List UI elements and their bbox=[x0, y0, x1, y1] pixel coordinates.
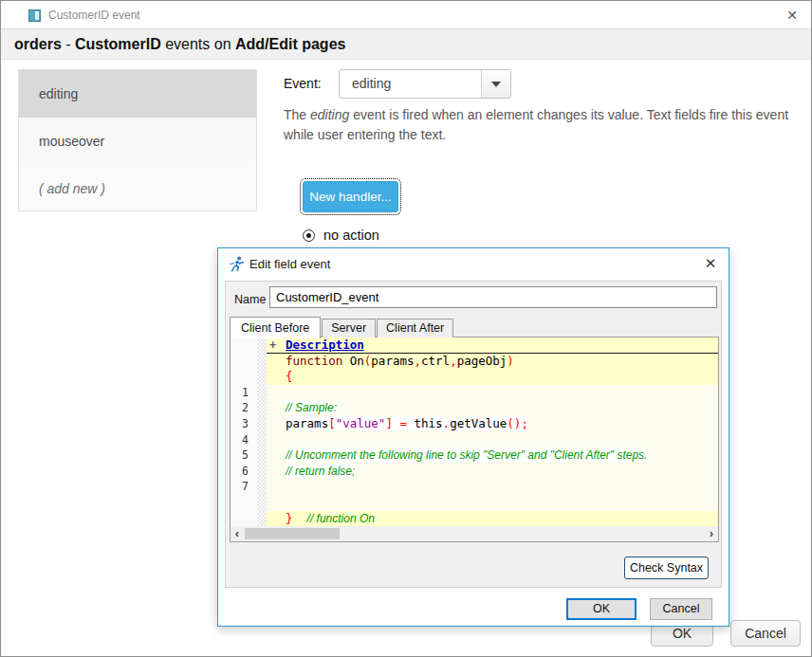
fold-margin bbox=[257, 432, 267, 448]
token-str: "value" bbox=[336, 416, 386, 430]
fold-marker-icon[interactable]: + bbox=[269, 338, 276, 354]
fold-margin bbox=[257, 385, 267, 401]
code-text bbox=[267, 495, 718, 511]
no-action-radio-label: no action bbox=[323, 228, 379, 243]
token-p: = bbox=[393, 416, 415, 430]
code-line[interactable]: 6// return false; bbox=[231, 464, 718, 480]
line-number: 3 bbox=[231, 416, 257, 432]
code-text: params["value"] = this.getValue(); bbox=[267, 416, 718, 432]
code-text: } // function On bbox=[267, 511, 718, 526]
code-text: // Sample: bbox=[267, 400, 718, 416]
line-number bbox=[231, 369, 257, 385]
fold-margin bbox=[257, 416, 267, 432]
page-title-segment: - bbox=[62, 36, 75, 52]
page-title-segment: Add/Edit pages bbox=[235, 36, 345, 52]
token-com: // Sample: bbox=[286, 401, 337, 414]
window-title: CustomerID event bbox=[48, 9, 140, 22]
running-man-icon bbox=[229, 256, 245, 272]
token-p: ) bbox=[507, 354, 514, 368]
token-id: ctrl bbox=[421, 354, 450, 368]
line-number bbox=[231, 338, 257, 354]
tab-client-before[interactable]: Client Before bbox=[230, 317, 321, 338]
code-line[interactable]: 7 bbox=[231, 479, 718, 495]
code-text bbox=[267, 479, 718, 495]
code-tokens: function On(params,ctrl,pageObj) bbox=[286, 354, 514, 368]
fold-margin bbox=[257, 338, 267, 354]
page-title-segment: events on bbox=[161, 36, 235, 52]
code-editor[interactable]: +Descriptionfunction On(params,ctrl,page… bbox=[230, 337, 719, 542]
new-handler-button[interactable]: New handler... bbox=[303, 181, 398, 212]
event-list: editingmouseover( add new ) bbox=[18, 69, 257, 211]
line-number: 6 bbox=[231, 464, 257, 480]
code-tokens: params["value"] = this.getValue(); bbox=[286, 416, 528, 430]
token-desc: Description bbox=[286, 338, 364, 352]
main-cancel-button[interactable]: Cancel bbox=[730, 620, 801, 647]
description-text: The bbox=[284, 107, 310, 122]
event-list-item-mouseover[interactable]: mouseover bbox=[19, 118, 256, 165]
code-text: // return false; bbox=[267, 464, 718, 480]
token-p: } bbox=[286, 511, 307, 525]
code-line[interactable]: 2// Sample: bbox=[231, 400, 718, 416]
code-line[interactable]: 4 bbox=[231, 432, 718, 448]
line-number bbox=[231, 495, 257, 511]
code-line[interactable]: 5// Uncomment the following line to skip… bbox=[231, 447, 718, 464]
name-field-label: Name bbox=[234, 293, 266, 306]
code-line[interactable]: 1 bbox=[231, 385, 718, 401]
code-line[interactable]: function On(params,ctrl,pageObj) bbox=[231, 354, 718, 370]
fold-margin bbox=[257, 511, 267, 526]
code-text: +Description bbox=[267, 338, 718, 354]
scroll-right-icon[interactable]: › bbox=[705, 526, 718, 541]
token-id: pageObj bbox=[457, 354, 508, 368]
code-line[interactable]: 3params["value"] = this.getValue(); bbox=[231, 416, 718, 432]
dialog-close-icon[interactable]: ✕ bbox=[700, 253, 721, 274]
window-icon bbox=[28, 9, 41, 22]
token-id: params bbox=[286, 416, 328, 430]
code-line[interactable]: { bbox=[231, 369, 718, 385]
name-input[interactable] bbox=[269, 286, 717, 308]
check-syntax-button[interactable]: Check Syntax bbox=[624, 557, 709, 579]
dialog-tabs: Client BeforeServerClient After bbox=[230, 317, 454, 338]
token-p: , bbox=[414, 354, 421, 368]
scroll-left-icon[interactable]: ‹ bbox=[231, 526, 244, 541]
page-title: orders - CustomerID events on Add/Edit p… bbox=[1, 29, 811, 60]
tab-client-after[interactable]: Client After bbox=[377, 319, 453, 338]
fold-margin bbox=[257, 354, 267, 370]
line-number: 4 bbox=[231, 432, 257, 448]
event-description: The editing event is fired when an eleme… bbox=[284, 105, 811, 145]
code-text bbox=[267, 432, 718, 448]
line-number: 5 bbox=[231, 447, 257, 464]
line-number: 1 bbox=[231, 385, 257, 401]
token-kw: function bbox=[286, 354, 342, 368]
code-text: function On(params,ctrl,pageObj) bbox=[267, 354, 718, 370]
token-com: // Uncomment the following line to skip … bbox=[286, 448, 647, 462]
code-line[interactable]: } // function On bbox=[231, 511, 718, 526]
token-com: // function On bbox=[307, 512, 375, 525]
dialog-cancel-button[interactable]: Cancel bbox=[650, 598, 712, 620]
line-number bbox=[231, 511, 257, 526]
scrollbar-thumb[interactable] bbox=[245, 528, 340, 539]
code-lines[interactable]: +Descriptionfunction On(params,ctrl,page… bbox=[231, 338, 718, 526]
token-p: (); bbox=[507, 416, 528, 430]
tab-server[interactable]: Server bbox=[322, 319, 376, 338]
token-id: this bbox=[414, 416, 442, 430]
horizontal-scrollbar[interactable]: ‹ › bbox=[231, 526, 718, 541]
dropdown-arrow-button[interactable] bbox=[481, 70, 510, 98]
fold-margin bbox=[257, 479, 267, 495]
event-list-item-editing[interactable]: editing bbox=[19, 70, 256, 118]
token-id: getValue bbox=[450, 416, 507, 430]
fold-margin bbox=[257, 447, 267, 464]
event-list-item-addnew[interactable]: ( add new ) bbox=[19, 165, 256, 212]
chevron-down-icon bbox=[491, 82, 501, 87]
code-line[interactable] bbox=[231, 495, 718, 511]
radio-dot bbox=[306, 233, 311, 238]
radio-button-icon[interactable] bbox=[303, 229, 315, 242]
dialog-titlebar: Edit field event ✕ bbox=[218, 248, 729, 280]
line-number: 7 bbox=[231, 479, 257, 495]
event-dropdown[interactable]: editing bbox=[339, 69, 511, 99]
dialog-ok-button[interactable]: OK bbox=[566, 598, 637, 620]
code-line[interactable]: +Description bbox=[231, 338, 718, 354]
token-p: [ bbox=[328, 416, 336, 430]
code-text: // Uncomment the following line to skip … bbox=[267, 447, 718, 464]
code-tokens: // return false; bbox=[286, 464, 355, 478]
window-close-icon[interactable]: ✕ bbox=[781, 5, 803, 26]
